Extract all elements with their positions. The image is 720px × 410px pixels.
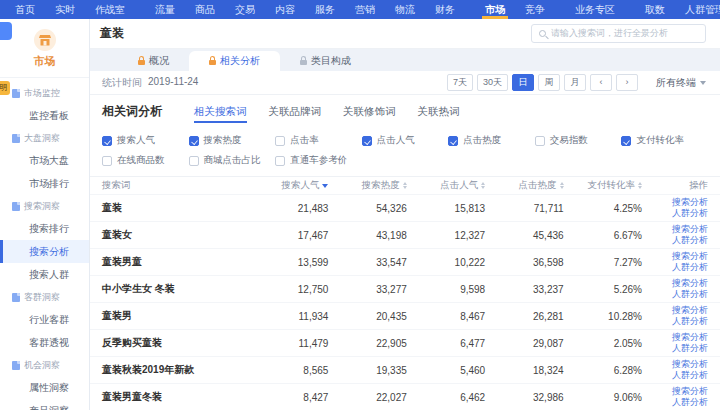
nav-item[interactable]: 作战室 [86,0,134,19]
crowd-analysis-link[interactable]: 人群分析 [672,397,708,408]
metric-checkbox[interactable]: 搜索人气 [102,134,189,147]
subtab[interactable]: 关联品牌词 [269,95,322,127]
search-analysis-link[interactable]: 搜索分析 [672,278,708,289]
keyword-search-input[interactable]: 请输入搜索词，进行全景分析 [531,24,706,43]
crowd-analysis-link[interactable]: 人群分析 [672,289,708,300]
tab[interactable]: 相关分析 [189,51,280,71]
metric-label: 点击热度 [463,134,501,147]
checkbox [102,136,112,146]
nav-item[interactable]: 交易 [226,0,264,19]
nav-item[interactable]: 内容 [266,0,304,19]
checkbox [275,136,285,146]
search-analysis-link[interactable]: 搜索分析 [672,359,708,370]
metric-checkbox[interactable]: 点击率 [275,134,362,147]
metric-checkbox[interactable]: 点击热度 [448,134,535,147]
sidebar-item[interactable]: 监控看板 [0,104,89,127]
search-analysis-link[interactable]: 搜索分析 [672,251,708,262]
crowd-analysis-link[interactable]: 人群分析 [672,235,708,246]
value-cell: 8,427 [250,392,328,403]
nav-item[interactable]: 市场 [476,0,514,19]
sortable-column-header[interactable]: 点击人气 [407,179,485,192]
metric-checkbox[interactable]: 支付转化率 [621,134,708,147]
sidebar-section-header: 客群洞察 [0,286,89,308]
sidebar-item[interactable]: 行业客群 [0,308,89,331]
metric-checkbox[interactable]: 在线商品数 [102,154,189,167]
nav-item[interactable]: 取数 [636,0,674,19]
sidebar-item[interactable]: 搜索人群 [0,263,89,286]
sidebar-item[interactable]: 产品洞察 [0,399,89,410]
nav-item[interactable]: 首页 [6,0,44,19]
nav-item[interactable]: 物流 [386,0,424,19]
sidebar-item[interactable]: 市场大盘 [0,149,89,172]
crowd-analysis-link[interactable]: 人群分析 [672,316,708,327]
keyword-cell: 童装男 [102,309,250,323]
crowd-analysis-link[interactable]: 人群分析 [672,343,708,354]
metric-label: 点击率 [290,134,319,147]
crowd-analysis-link[interactable]: 人群分析 [672,208,708,219]
subtab[interactable]: 相关搜索词 [194,95,247,127]
range-button[interactable]: 月 [564,74,586,91]
actions-cell: 搜索分析人群分析 [642,386,708,408]
sidebar-item[interactable]: 搜索排行 [0,217,89,240]
value-cell: 33,277 [328,284,406,295]
tab-label: 概况 [149,54,169,68]
prev-arrow-button[interactable]: ‹ [590,74,612,91]
range-button[interactable]: 日 [512,74,534,91]
actions-cell: 搜索分析人群分析 [642,251,708,273]
floating-tag[interactable]: 明 [0,81,10,95]
value-cell: 71,711 [485,203,563,214]
sidebar-section-header: 搜索洞察 [0,195,89,217]
terminal-dropdown[interactable]: 所有终端 [656,76,706,90]
nav-item[interactable]: 实时 [46,0,84,19]
tab[interactable]: 类目构成 [280,51,371,71]
metric-checkbox[interactable]: 交易指数 [535,134,622,147]
column-header-label: 支付转化率 [588,179,636,192]
column-header: 操作 [642,179,708,192]
sidebar-item[interactable]: 属性洞察 [0,376,89,399]
crowd-analysis-link[interactable]: 人群分析 [672,262,708,273]
subtab[interactable]: 关联修饰词 [343,95,396,127]
value-cell: 45,436 [485,230,563,241]
nav-item[interactable]: 商品 [186,0,224,19]
metric-checkbox[interactable]: 搜索热度 [189,134,276,147]
sidebar-section-label: 市场监控 [24,87,60,100]
search-analysis-link[interactable]: 搜索分析 [672,332,708,343]
value-cell: 10,222 [407,257,485,268]
metric-label: 在线商品数 [117,154,165,167]
nav-item[interactable]: 流量 [146,0,184,19]
nav-item[interactable]: 业务专区 [566,0,624,19]
sortable-column-header[interactable]: 搜索热度 [328,179,406,192]
next-arrow-button[interactable]: › [616,74,638,91]
search-analysis-link[interactable]: 搜索分析 [672,386,708,397]
section-title: 相关词分析 [102,103,162,120]
sortable-column-header[interactable]: 支付转化率 [564,179,642,192]
sidebar-item[interactable]: 搜索分析 [0,240,89,263]
range-button[interactable]: 30天 [477,74,508,91]
nav-item[interactable]: 财务 [426,0,464,19]
tab[interactable]: 概况 [118,51,189,71]
crowd-analysis-link[interactable]: 人群分析 [672,370,708,381]
range-button[interactable]: 周 [538,74,560,91]
search-analysis-link[interactable]: 搜索分析 [672,224,708,235]
metric-label: 点击人气 [377,134,415,147]
value-cell: 5.26% [564,284,642,295]
sortable-column-header[interactable]: 点击热度 [485,179,563,192]
nav-item[interactable]: 人群管理 [676,0,720,19]
range-button[interactable]: 7天 [447,74,473,91]
nav-item[interactable]: 竞争 [516,0,554,19]
keyword-cell: 反季购买童装 [102,336,250,350]
nav-item[interactable]: 服务 [306,0,344,19]
search-analysis-link[interactable]: 搜索分析 [672,305,708,316]
value-cell: 19,335 [328,365,406,376]
subtab[interactable]: 关联热词 [418,95,460,127]
actions-cell: 搜索分析人群分析 [642,197,708,219]
search-analysis-link[interactable]: 搜索分析 [672,197,708,208]
sortable-column-header[interactable]: 搜索人气 [250,179,328,192]
sidebar-item[interactable]: 客群透视 [0,331,89,354]
metric-checkbox[interactable]: 直通车参考价 [275,154,362,167]
sidebar-item[interactable]: 市场排行 [0,172,89,195]
nav-item[interactable]: 营销 [346,0,384,19]
metric-checkbox[interactable]: 商城点击占比 [189,154,276,167]
metric-checkbox[interactable]: 点击人气 [362,134,449,147]
table-row: 反季购买童装11,47922,9056,47729,0872.05%搜索分析人群… [90,329,720,356]
